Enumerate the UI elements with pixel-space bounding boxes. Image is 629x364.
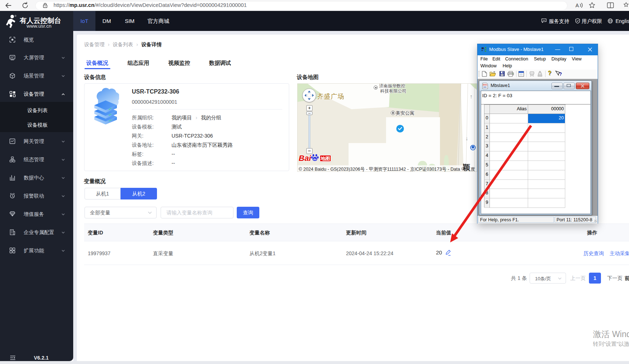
svg-text:A: A (575, 3, 579, 8)
svg-text:du: du (313, 158, 317, 161)
svg-text:DOC: DOC (483, 84, 487, 86)
svg-text:?: ? (559, 71, 562, 77)
